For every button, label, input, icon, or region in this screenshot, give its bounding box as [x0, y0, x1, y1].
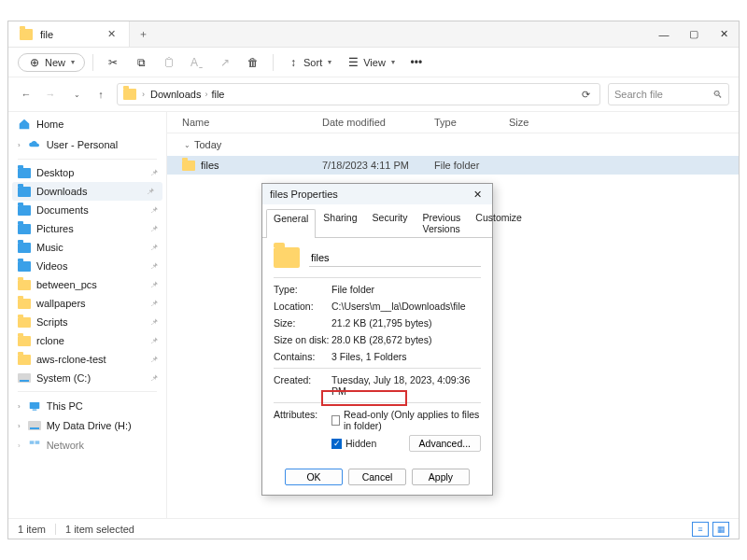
cut-button[interactable]: ✂ — [101, 53, 125, 72]
pin-icon: 📌︎ — [150, 355, 159, 364]
plus-icon: ⊕ — [28, 56, 41, 69]
sidebar-item-folder[interactable]: between_pcs📌︎ — [8, 275, 166, 294]
address-bar-row: ← → ⌄ ↑ › Downloads › file ⟳ Search file… — [8, 77, 739, 112]
sidebar-item-videos[interactable]: Videos📌︎ — [8, 257, 166, 275]
search-placeholder: Search file — [614, 89, 663, 100]
search-input[interactable]: Search file 🔍︎ — [608, 83, 729, 105]
tab-close-icon[interactable]: ✕ — [105, 28, 118, 40]
tab-security[interactable]: Security — [365, 208, 416, 237]
sidebar-item-system-c[interactable]: System (C:)📌︎ — [8, 369, 166, 387]
sidebar-this-pc[interactable]: ›This PC — [8, 396, 166, 416]
col-name[interactable]: Name — [182, 117, 322, 128]
maximize-button[interactable]: ▢ — [679, 21, 709, 47]
svg-rect-3 — [35, 441, 39, 444]
more-button[interactable]: ••• — [404, 53, 429, 72]
folder-icon — [18, 299, 31, 309]
videos-icon — [18, 261, 31, 272]
sidebar-personal[interactable]: › User - Personal — [8, 134, 166, 155]
tab-sharing[interactable]: Sharing — [316, 208, 364, 237]
address-bar[interactable]: › Downloads › file ⟳ — [117, 83, 600, 105]
sort-button[interactable]: ↕ Sort ▾ — [281, 53, 337, 72]
chevron-down-icon: ▾ — [71, 58, 75, 66]
pin-icon: 📌︎ — [150, 261, 159, 271]
view-icon: ☰ — [346, 56, 359, 69]
sidebar-item-folder[interactable]: Scripts📌︎ — [8, 313, 166, 331]
svg-rect-0 — [29, 402, 39, 409]
folder-icon — [18, 336, 31, 346]
name-field[interactable] — [309, 249, 481, 267]
chevron-right-icon: › — [204, 90, 207, 99]
details-view-button[interactable]: ≡ — [692, 522, 709, 537]
col-size[interactable]: Size — [509, 117, 565, 128]
breadcrumb-item[interactable]: Downloads — [150, 89, 201, 100]
readonly-checkbox[interactable]: Read-only (Only applies to files in fold… — [331, 409, 481, 431]
sidebar-item-folder[interactable]: rclone📌︎ — [8, 331, 166, 350]
scissors-icon: ✂ — [106, 56, 120, 69]
home-icon — [18, 118, 31, 131]
sidebar-item-documents[interactable]: Documents📌︎ — [8, 201, 166, 219]
ok-button[interactable]: OK — [285, 469, 343, 485]
col-type[interactable]: Type — [434, 117, 509, 128]
dialog-titlebar[interactable]: files Properties ✕ — [262, 184, 492, 204]
sidebar-item-pictures[interactable]: Pictures📌︎ — [8, 219, 166, 238]
hidden-checkbox[interactable]: ✓Hidden — [331, 438, 376, 449]
sort-icon: ↕ — [287, 56, 300, 69]
sidebar-item-folder[interactable]: aws-rclone-test📌︎ — [8, 350, 166, 369]
column-headers: Name Date modified Type Size — [167, 112, 739, 133]
sidebar-drive-h[interactable]: ›My Data Drive (H:) — [8, 416, 166, 435]
pin-icon: 📌︎ — [150, 317, 159, 327]
sidebar-item-music[interactable]: Music📌︎ — [8, 238, 166, 257]
pin-icon: 📌︎ — [147, 187, 155, 196]
nav-forward-button[interactable]: → — [42, 89, 59, 100]
tab-previous-versions[interactable]: Previous Versions — [416, 208, 469, 237]
type-value: File folder — [331, 284, 481, 295]
folder-icon — [18, 355, 31, 365]
nav-history-button[interactable]: ⌄ — [68, 91, 85, 99]
dialog-close-button[interactable]: ✕ — [470, 189, 485, 201]
rename-icon: Aˍ — [190, 56, 204, 69]
tab-customize[interactable]: Customize — [468, 208, 529, 237]
pin-icon: 📌︎ — [150, 299, 159, 308]
folder-icon — [18, 280, 31, 290]
apply-button[interactable]: Apply — [412, 469, 470, 485]
delete-button[interactable]: 🗑︎ — [241, 53, 265, 72]
col-date[interactable]: Date modified — [322, 117, 434, 128]
size-on-disk-value: 28.0 KB (28,672 bytes) — [331, 334, 481, 345]
pin-icon: 📌︎ — [150, 224, 159, 233]
sidebar-network[interactable]: ›Network — [8, 435, 166, 455]
file-row[interactable]: files 7/18/2023 4:11 PM File folder — [167, 156, 739, 175]
disk-icon — [18, 373, 31, 383]
nav-up-button[interactable]: ↑ — [92, 89, 109, 100]
status-bar: 1 item 1 item selected ≡ ▦ — [8, 518, 739, 539]
sidebar-item-desktop[interactable]: Desktop📌︎ — [8, 163, 166, 182]
rename-button[interactable]: Aˍ — [185, 53, 209, 72]
paste-button[interactable]: 📋︎ — [157, 53, 181, 72]
advanced-button[interactable]: Advanced... — [409, 435, 481, 452]
chevron-down-icon: ▾ — [391, 58, 395, 66]
created-value: Tuesday, July 18, 2023, 4:09:36 PM — [331, 374, 481, 397]
disk-icon — [28, 421, 41, 430]
view-button[interactable]: ☰ View ▾ — [341, 53, 401, 72]
tab-general[interactable]: General — [266, 209, 316, 238]
minimize-button[interactable]: — — [649, 21, 679, 47]
group-header[interactable]: ⌄Today — [167, 133, 739, 156]
sidebar-item-folder[interactable]: wallpapers📌︎ — [8, 294, 166, 313]
nav-sidebar: Home › User - Personal Desktop📌︎ Downloa… — [8, 112, 167, 518]
new-button[interactable]: ⊕ New ▾ — [18, 53, 85, 72]
window-close-button[interactable]: ✕ — [709, 21, 739, 47]
breadcrumb-item[interactable]: file — [211, 89, 224, 100]
item-count: 1 item — [18, 524, 46, 535]
cancel-button[interactable]: Cancel — [348, 469, 406, 485]
share-button[interactable]: ↗ — [213, 53, 237, 72]
nav-back-button[interactable]: ← — [18, 89, 35, 100]
refresh-button[interactable]: ⟳ — [577, 89, 594, 101]
sidebar-home[interactable]: Home — [8, 114, 166, 134]
pc-icon — [28, 399, 41, 413]
size-value: 21.2 KB (21,795 bytes) — [331, 317, 481, 329]
icons-view-button[interactable]: ▦ — [712, 522, 729, 537]
copy-button[interactable]: ⧉ — [129, 53, 153, 72]
new-tab-button[interactable]: ＋ — [130, 21, 156, 47]
sidebar-item-downloads[interactable]: Downloads📌︎ — [12, 182, 162, 201]
desktop-icon — [18, 168, 31, 178]
window-tab[interactable]: file ✕ — [8, 21, 130, 47]
